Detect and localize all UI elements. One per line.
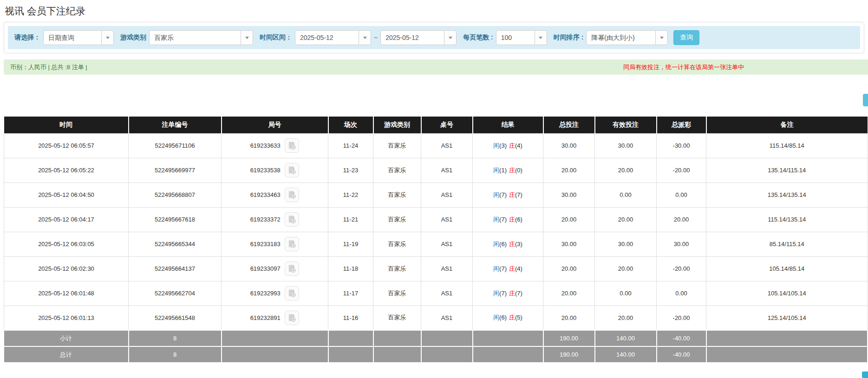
table-row: 2025-05-12 06:03:05522495665344619233183… xyxy=(4,232,868,256)
cell-remark: 105.14/105.14 xyxy=(706,281,868,306)
cell-total-bet[interactable]: 30.00 xyxy=(543,232,595,256)
result-banker-count: (7) xyxy=(515,191,522,198)
cell-payout: 0.00 xyxy=(657,182,706,207)
cell-result: 闲(7)庄(4) xyxy=(473,256,543,281)
cell-payout: -30.00 xyxy=(657,133,706,158)
result-banker-count: (0) xyxy=(515,167,522,174)
time-sort-caret-button[interactable] xyxy=(655,30,668,45)
time-sort-label: 时间排序 : xyxy=(554,33,584,42)
result-player-count: (3) xyxy=(499,142,507,149)
cell-total-bet[interactable]: 20.00 xyxy=(543,281,595,306)
video-replay-button[interactable] xyxy=(285,212,299,227)
footer-payout: -40.00 xyxy=(657,346,706,363)
date-range-tilde: ~ xyxy=(374,34,378,41)
date-from-value[interactable]: 2025-05-12 xyxy=(295,30,359,45)
date-to-value[interactable]: 2025-05-12 xyxy=(380,30,444,45)
footer-valid-bet: 140.00 xyxy=(595,346,657,363)
result-banker-label: 庄 xyxy=(509,241,515,248)
result-player-label: 闲 xyxy=(493,191,499,198)
video-file-icon xyxy=(287,141,296,150)
result-player-label: 闲 xyxy=(493,216,499,223)
cell-time: 2025-05-12 06:04:50 xyxy=(4,182,129,207)
time-sort-value[interactable]: 降幂(由大到小) xyxy=(586,30,656,45)
cell-time: 2025-05-12 06:03:05 xyxy=(4,232,129,256)
cell-total-bet[interactable]: 20.00 xyxy=(543,306,595,330)
cell-round-id: 619232891 xyxy=(222,306,328,330)
cell-bet-id: 522495661548 xyxy=(129,306,222,330)
video-replay-button[interactable] xyxy=(285,163,299,177)
cell-session: 11-24 xyxy=(328,133,373,158)
result-player-label: 闲 xyxy=(493,290,499,297)
cell-game-type: 百家乐 xyxy=(373,182,421,207)
table-row: 2025-05-12 06:05:57522495671106619233633… xyxy=(4,133,868,158)
cell-payout: -20.00 xyxy=(657,306,706,330)
subtotal-row: 小计8190.00140.00-40.00 xyxy=(4,330,868,346)
column-header-7: 结果 xyxy=(473,117,543,133)
cell-game-type: 百家乐 xyxy=(373,158,421,182)
table-row: 2025-05-12 06:04:50522495668807619233463… xyxy=(4,182,868,207)
result-banker-label: 庄 xyxy=(509,167,515,174)
result-banker-count: (4) xyxy=(515,142,522,149)
page-size-caret-button[interactable] xyxy=(535,30,547,45)
footer-empty xyxy=(373,346,421,363)
video-replay-button[interactable] xyxy=(285,188,299,202)
summary-bar: 币别：人民币 | 总共 :8 注单 | 同局有效投注，统一计算在该局第一张注单中 xyxy=(4,59,868,75)
result-banker-count: (3) xyxy=(515,241,522,248)
footer-count: 8 xyxy=(129,330,222,346)
video-file-icon xyxy=(287,190,296,199)
result-player-count: (7) xyxy=(499,191,507,198)
date-range-label: 时间区间： xyxy=(260,33,292,42)
result-banker-label: 庄 xyxy=(509,216,515,223)
cell-total-bet[interactable]: 30.00 xyxy=(543,182,595,207)
cell-game-type: 百家乐 xyxy=(373,133,421,158)
cell-total-bet[interactable]: 20.00 xyxy=(543,207,595,232)
date-to-caret-button[interactable] xyxy=(444,30,457,45)
video-replay-button[interactable] xyxy=(285,261,299,276)
query-type-value[interactable]: 日期查询 xyxy=(43,30,102,45)
cell-session: 11-23 xyxy=(328,158,373,182)
column-header-1: 时间 xyxy=(4,117,129,133)
cell-valid-bet: 0.00 xyxy=(595,281,657,306)
page-size-value[interactable]: 100 xyxy=(496,30,535,45)
cell-bet-id: 522495671106 xyxy=(129,133,222,158)
video-replay-button[interactable] xyxy=(285,237,299,251)
game-type-caret-button[interactable] xyxy=(241,30,253,45)
cell-valid-bet: 30.00 xyxy=(595,232,657,256)
result-player-label: 闲 xyxy=(493,241,499,248)
cell-result: 闲(7)庄(7) xyxy=(473,182,543,207)
cell-total-bet[interactable]: 20.00 xyxy=(543,158,595,182)
video-replay-button[interactable] xyxy=(285,286,299,300)
cell-result: 闲(3)庄(4) xyxy=(473,133,543,158)
footer-empty xyxy=(222,330,328,346)
query-type-caret-button[interactable] xyxy=(101,30,114,45)
table-row: 2025-05-12 06:05:22522495669977619233538… xyxy=(4,158,868,182)
result-banker-label: 庄 xyxy=(509,142,515,149)
result-player-count: (7) xyxy=(499,290,507,297)
column-header-11: 备注 xyxy=(706,117,868,133)
cell-round-id: 619232993 xyxy=(222,281,328,306)
result-player-count: (7) xyxy=(499,216,507,223)
result-player-count: (6) xyxy=(499,314,507,321)
date-to-picker: 2025-05-12 xyxy=(380,30,457,45)
result-banker-count: (7) xyxy=(515,290,522,297)
partially-visible-bottom-button[interactable] xyxy=(862,371,868,378)
cell-bet-id: 522495668807 xyxy=(129,182,222,207)
footer-count: 8 xyxy=(129,346,222,363)
video-file-icon xyxy=(287,264,296,273)
cell-result: 闲(6)庄(3) xyxy=(473,232,543,256)
cell-session: 11-17 xyxy=(328,281,373,306)
cell-table-no: AS1 xyxy=(421,256,473,281)
video-replay-button[interactable] xyxy=(285,138,299,153)
cell-game-type: 百家乐 xyxy=(373,281,421,306)
search-button[interactable]: 查询 xyxy=(673,30,699,45)
chevron-down-icon xyxy=(106,37,110,39)
cell-total-bet[interactable]: 20.00 xyxy=(543,256,595,281)
cell-total-bet[interactable]: 30.00 xyxy=(543,133,595,158)
cell-remark: 115.14/85.14 xyxy=(706,133,868,158)
date-from-caret-button[interactable] xyxy=(359,30,371,45)
chevron-down-icon xyxy=(245,37,249,39)
partially-visible-side-button[interactable] xyxy=(863,94,868,106)
bet-records-table: 时间注单编号局号场次游戏类别桌号结果总投注有效投注总派彩备注 2025-05-1… xyxy=(4,117,868,363)
game-type-value[interactable]: 百家乐 xyxy=(149,30,241,45)
video-replay-button[interactable] xyxy=(285,311,299,325)
